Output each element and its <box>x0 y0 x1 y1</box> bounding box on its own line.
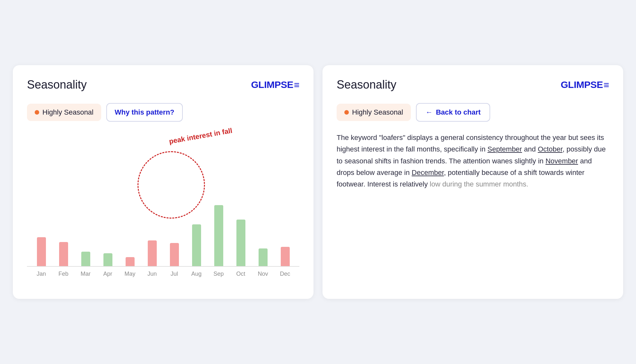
bar-jul <box>170 243 179 266</box>
exp-december: December <box>412 169 444 177</box>
back-to-chart-button[interactable]: ← Back to chart <box>416 103 490 122</box>
x-label-apr: Apr <box>97 271 119 277</box>
back-arrow-icon: ← <box>426 108 433 117</box>
x-axis-labels: JanFebMarAprMayJunJulAugSepOctNovDec <box>27 271 299 277</box>
x-label-aug: Aug <box>185 271 208 277</box>
back-button-label: Back to chart <box>436 108 481 117</box>
right-title: Seasonality <box>337 78 396 91</box>
why-pattern-button[interactable]: Why this pattern? <box>106 103 183 122</box>
left-logo: GLIMPSE≡ <box>251 79 299 90</box>
exp-and1: and <box>522 145 538 153</box>
x-label-mar: Mar <box>75 271 97 277</box>
main-container: Seasonality GLIMPSE≡ Highly Seasonal Why… <box>13 65 623 299</box>
bar-group <box>185 132 208 266</box>
exp-p5: low during the summer months. <box>428 180 528 188</box>
left-badge-row: Highly Seasonal Why this pattern? <box>27 103 299 122</box>
bar-nov <box>259 248 268 266</box>
left-badge-label: Highly Seasonal <box>42 108 93 117</box>
chart-area: peak interest in fall JanFebMarAprMayJun… <box>27 132 299 286</box>
bar-apr <box>103 253 112 266</box>
x-label-nov: Nov <box>252 271 274 277</box>
bar-group <box>52 132 75 266</box>
exp-november: November <box>545 157 578 165</box>
x-label-oct: Oct <box>230 271 252 277</box>
bar-group <box>119 132 141 266</box>
exp-september: September <box>488 145 522 153</box>
right-card-header: Seasonality GLIMPSE≡ <box>337 78 609 91</box>
x-label-jan: Jan <box>30 271 52 277</box>
right-badge-label: Highly Seasonal <box>352 108 403 117</box>
bar-may <box>126 257 135 266</box>
bar-group <box>274 132 296 266</box>
right-card: Seasonality GLIMPSE≡ Highly Seasonal ← B… <box>322 65 623 299</box>
x-label-sep: Sep <box>208 271 230 277</box>
bar-group <box>30 132 52 266</box>
bar-group <box>141 132 163 266</box>
bar-oct <box>236 220 245 266</box>
left-card-header: Seasonality GLIMPSE≡ <box>27 78 299 91</box>
right-seasonal-badge: Highly Seasonal <box>337 104 411 121</box>
bar-group <box>252 132 274 266</box>
bar-dec <box>281 247 290 266</box>
explanation-text: The keyword "loafers" displays a general… <box>337 132 609 190</box>
x-label-jul: Jul <box>163 271 185 277</box>
bar-group <box>163 132 185 266</box>
right-badge-row: Highly Seasonal ← Back to chart <box>337 103 609 122</box>
right-logo: GLIMPSE≡ <box>561 79 609 90</box>
left-card: Seasonality GLIMPSE≡ Highly Seasonal Why… <box>13 65 314 299</box>
bar-sep <box>214 205 223 266</box>
bar-group <box>75 132 97 266</box>
x-label-dec: Dec <box>274 271 296 277</box>
x-label-may: May <box>119 271 141 277</box>
left-title: Seasonality <box>27 78 87 91</box>
right-badge-dot-icon <box>344 110 349 115</box>
chart-bars <box>27 132 299 267</box>
x-label-feb: Feb <box>52 271 75 277</box>
bar-jan <box>37 237 46 266</box>
left-seasonal-badge: Highly Seasonal <box>27 104 101 121</box>
bar-group <box>230 132 252 266</box>
bar-group <box>97 132 119 266</box>
bar-group <box>208 132 230 266</box>
bar-aug <box>192 224 201 266</box>
bar-jun <box>148 240 157 266</box>
bar-feb <box>59 242 68 266</box>
bar-mar <box>81 252 90 266</box>
x-label-jun: Jun <box>141 271 163 277</box>
badge-dot-icon <box>35 110 39 115</box>
exp-october: October <box>538 145 562 153</box>
